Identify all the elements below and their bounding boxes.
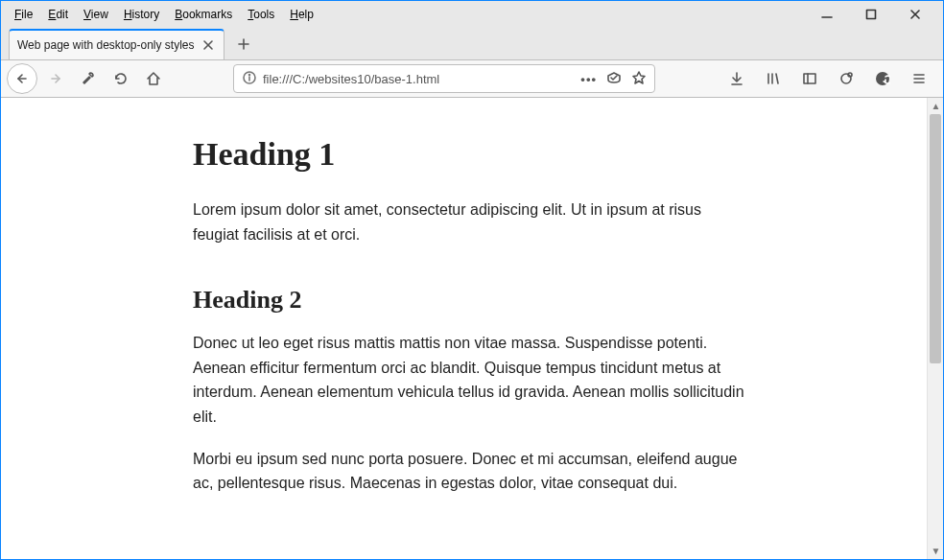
reader-mode-icon[interactable]: [606, 70, 622, 88]
scroll-up-icon[interactable]: ▲: [928, 98, 943, 114]
home-button[interactable]: [139, 64, 168, 93]
tab-title: Web page with desktop-only styles: [17, 38, 195, 52]
tab-active[interactable]: Web page with desktop-only styles: [9, 29, 224, 59]
page-p2: Donec ut leo eget risus mattis mattis no…: [193, 331, 749, 429]
forward-button[interactable]: [41, 64, 70, 93]
page-p1: Lorem ipsum dolor sit amet, consectetur …: [193, 198, 749, 246]
back-button[interactable]: [7, 63, 37, 94]
browser-window: File Edit View History Bookmarks Tools H…: [0, 0, 944, 560]
dev-tool-button[interactable]: [74, 64, 103, 93]
menu-help[interactable]: Help: [282, 4, 321, 25]
vertical-scrollbar[interactable]: ▲ ▼: [927, 98, 943, 559]
app-menu-icon[interactable]: [905, 64, 933, 93]
svg-point-21: [841, 74, 851, 83]
page-content: Heading 1 Lorem ipsum dolor sit amet, co…: [1, 98, 927, 559]
extension-icon[interactable]: [832, 64, 861, 93]
menubar: File Edit View History Bookmarks Tools H…: [1, 1, 943, 28]
page-actions-icon[interactable]: •••: [580, 72, 597, 86]
scroll-thumb[interactable]: [930, 114, 941, 363]
address-bar[interactable]: file:///C:/websites10/base-1.html •••: [233, 64, 655, 93]
scroll-down-icon[interactable]: ▼: [928, 543, 943, 559]
svg-rect-19: [804, 74, 815, 83]
tab-close-icon[interactable]: [201, 37, 216, 53]
menu-view[interactable]: View: [76, 4, 116, 25]
tab-strip: Web page with desktop-only styles: [1, 28, 943, 59]
new-tab-button[interactable]: [228, 29, 259, 59]
library-icon[interactable]: [759, 64, 788, 93]
info-icon[interactable]: [242, 70, 257, 88]
viewport: Heading 1 Lorem ipsum dolor sit amet, co…: [1, 98, 943, 559]
page-p3: Morbi eu ipsum sed nunc porta posuere. D…: [193, 447, 749, 496]
svg-point-12: [249, 74, 250, 75]
reload-button[interactable]: [106, 64, 135, 93]
extension-grammarly-icon[interactable]: [868, 64, 897, 93]
svg-rect-1: [867, 11, 876, 19]
menu-history[interactable]: History: [116, 4, 167, 25]
window-maximize-button[interactable]: [849, 1, 893, 28]
menu-tools[interactable]: Tools: [240, 4, 282, 25]
toolbar-right: [722, 64, 937, 93]
page-h2: Heading 2: [193, 280, 749, 320]
svg-marker-13: [633, 72, 645, 83]
downloads-icon[interactable]: [722, 64, 751, 93]
menu-edit[interactable]: Edit: [40, 4, 76, 25]
menu-bookmarks[interactable]: Bookmarks: [167, 4, 240, 25]
url-text: file:///C:/websites10/base-1.html: [263, 72, 575, 86]
page-h1: Heading 1: [193, 128, 749, 180]
window-close-button[interactable]: [893, 1, 937, 28]
nav-toolbar: file:///C:/websites10/base-1.html •••: [1, 59, 943, 98]
sidebar-icon[interactable]: [795, 64, 824, 93]
svg-line-18: [776, 74, 778, 83]
window-controls: [805, 1, 937, 28]
menu-file[interactable]: File: [7, 4, 40, 25]
window-minimize-button[interactable]: [805, 1, 849, 28]
bookmark-star-icon[interactable]: [631, 70, 647, 88]
